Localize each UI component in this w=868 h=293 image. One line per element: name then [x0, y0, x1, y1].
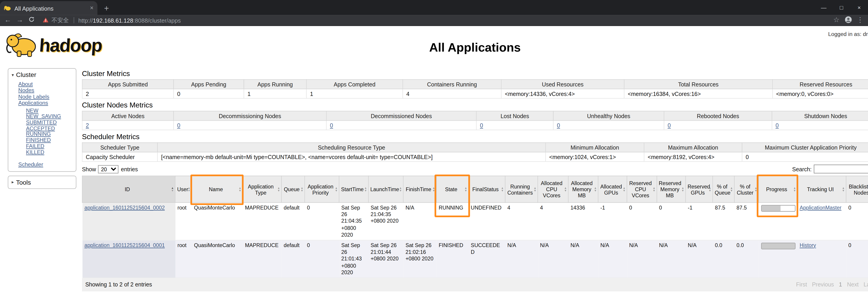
decommissioned-nodes-link[interactable]: 0 — [330, 122, 333, 128]
tab-close-icon[interactable]: × — [90, 5, 94, 11]
bookmark-star-icon[interactable]: ☆ — [833, 17, 839, 24]
rebooted-nodes-link[interactable]: 0 — [668, 122, 671, 128]
col-header-reserved-memory-mb[interactable]: Reserved Memory MB — [657, 176, 686, 203]
col-header-rebooted-nodes[interactable]: Rebooted Nodes — [664, 111, 772, 121]
col-header-decommissioning-nodes[interactable]: Decommissioning Nodes — [174, 111, 327, 121]
window-maximize-button[interactable]: □ — [833, 0, 850, 15]
col-header-application-type[interactable]: Application Type — [243, 176, 281, 203]
col-header-apps-completed[interactable]: Apps Completed — [307, 80, 403, 89]
sort-icon — [841, 186, 845, 192]
sidebar-item-failed[interactable]: FAILED — [26, 143, 72, 149]
col-header-maximum-allocation[interactable]: Maximum Allocation — [644, 143, 742, 152]
sidebar-item-finished[interactable]: FINISHED — [26, 138, 72, 143]
col-header-scheduler-type[interactable]: Scheduler Type — [82, 143, 158, 152]
cell-running-containers: N/A — [505, 240, 538, 278]
forward-button[interactable]: → — [16, 17, 23, 24]
sidebar-item-applications[interactable]: Applications — [18, 100, 72, 106]
address-bar[interactable]: 不安全 http://192.168.61.128:8088/cluster/a… — [43, 16, 829, 24]
col-header-decommissioned-nodes[interactable]: Decommissioned Nodes — [327, 111, 476, 121]
decommissioning-nodes-link[interactable]: 0 — [177, 122, 180, 128]
col-header-blacklisted-nodes[interactable]: Blacklisted Nodes — [846, 176, 868, 203]
col-header-name[interactable]: Name — [192, 176, 243, 203]
unhealthy-nodes-link[interactable]: 0 — [557, 122, 560, 128]
page-size-select[interactable]: 20 — [98, 165, 119, 174]
col-header-lost-nodes[interactable]: Lost Nodes — [476, 111, 553, 121]
search-input[interactable] — [814, 165, 868, 173]
col-header-apps-running[interactable]: Apps Running — [244, 80, 307, 89]
col-header-total-resources[interactable]: Total Resources — [624, 80, 772, 89]
pagination-previous[interactable]: Previous — [812, 282, 834, 288]
col-header-reserved-gpus[interactable]: Reserved GPUs — [686, 176, 713, 203]
sidebar-item-running[interactable]: RUNNING — [26, 131, 72, 137]
pagination-next[interactable]: Next — [847, 282, 859, 288]
col-header-pct-of-queue[interactable]: % of Queue — [713, 176, 735, 203]
col-header-tracking-ui[interactable]: Tracking UI — [798, 176, 846, 203]
col-header-active-nodes[interactable]: Active Nodes — [82, 111, 174, 121]
col-header-reserved-cpu-vcores[interactable]: Reserved CPU VCores — [627, 176, 657, 203]
lost-nodes-link[interactable]: 0 — [480, 122, 483, 128]
col-header-progress[interactable]: Progress — [758, 176, 797, 203]
sidebar-item-accepted[interactable]: ACCEPTED — [26, 125, 72, 131]
col-header-finishtime[interactable]: FinishTime — [403, 176, 436, 203]
col-header-id[interactable]: ID — [82, 176, 175, 203]
pagination-last[interactable]: Last — [864, 282, 868, 288]
col-header-reserved-resources[interactable]: Reserved Resources — [773, 80, 868, 89]
sort-icon — [364, 186, 368, 192]
application-link[interactable]: application_1601125215604_0002 — [84, 204, 164, 210]
window-close-button[interactable]: × — [850, 0, 868, 15]
sidebar-item-submitted[interactable]: SUBMITTED — [26, 120, 72, 125]
sidebar-item-node-labels[interactable]: Node Labels — [18, 93, 72, 100]
col-header-allocated-gpus[interactable]: Allocated GPUs — [598, 176, 627, 203]
tracking-ui-link[interactable]: ApplicationMaster — [800, 204, 842, 210]
sidebar-item-nodes[interactable]: Nodes — [18, 87, 72, 93]
col-header-apps-pending[interactable]: Apps Pending — [174, 80, 244, 89]
tracking-ui-link[interactable]: History — [800, 242, 816, 248]
col-header-finalstatus[interactable]: FinalStatus — [469, 176, 505, 203]
shutdown-nodes-link[interactable]: 0 — [776, 122, 779, 128]
col-header-unhealthy-nodes[interactable]: Unhealthy Nodes — [553, 111, 664, 121]
sidebar-item-scheduler[interactable]: Scheduler — [18, 161, 72, 168]
cell-id: application_1601125215604_0001 — [82, 240, 175, 278]
back-button[interactable]: ← — [4, 17, 11, 24]
col-header-running-containers[interactable]: Running Containers — [505, 176, 538, 203]
sidebar-item-about[interactable]: About — [18, 81, 72, 87]
col-header-pct-of-cluster[interactable]: % of Cluster — [735, 176, 759, 203]
sort-icon — [622, 186, 626, 192]
security-warning-icon[interactable] — [43, 17, 49, 24]
col-header-used-resources[interactable]: Used Resources — [501, 80, 624, 89]
sidebar-section-tools[interactable]: ▸ Tools — [11, 179, 72, 185]
col-header-queue[interactable]: Queue — [281, 176, 305, 203]
col-header-minimum-allocation[interactable]: Minimum Allocation — [546, 143, 644, 152]
browser-tab[interactable]: All Applications × — [0, 1, 97, 15]
metric-total-resources: <memory:16384, vCores:16> — [624, 89, 772, 98]
col-header-containers-running[interactable]: Containers Running — [403, 80, 501, 89]
col-header-allocated-cpu-vcores[interactable]: Allocated CPU VCores — [538, 176, 568, 203]
browser-menu-icon[interactable]: ⋮ — [857, 17, 864, 24]
col-header-launchtime[interactable]: LaunchTime — [368, 176, 403, 203]
active-nodes-link[interactable]: 2 — [86, 122, 89, 128]
sidebar-section-cluster[interactable]: ▾ Cluster — [11, 71, 72, 78]
sidebar-cluster-box: ▾ Cluster About Nodes Node Labels Applic… — [8, 68, 76, 172]
col-header-application-priority[interactable]: Application Priority — [305, 176, 339, 203]
col-header-max-cluster-app-priority[interactable]: Maximum Cluster Application Priority — [742, 143, 868, 152]
col-header-user[interactable]: User — [175, 176, 192, 203]
col-header-allocated-memory-mb[interactable]: Allocated Memory MB — [568, 176, 598, 203]
application-link[interactable]: application_1601125215604_0001 — [84, 242, 164, 248]
col-header-scheduling-resource-type[interactable]: Scheduling Resource Type — [158, 143, 546, 152]
reload-button[interactable] — [28, 16, 35, 24]
sidebar-item-killed[interactable]: KILLED — [26, 149, 72, 155]
window-minimize-button[interactable]: — — [815, 0, 833, 15]
sidebar-item-new[interactable]: NEW — [26, 108, 72, 114]
sidebar-item-new-saving[interactable]: NEW_SAVING — [26, 114, 72, 120]
col-header-shutdown-nodes[interactable]: Shutdown Nodes — [772, 111, 868, 121]
col-header-apps-submitted[interactable]: Apps Submitted — [82, 80, 174, 89]
profile-avatar[interactable] — [844, 15, 852, 25]
col-header-state[interactable]: State — [436, 176, 469, 203]
col-header-starttime[interactable]: StartTime — [339, 176, 368, 203]
pagination-page-1[interactable]: 1 — [839, 282, 842, 288]
metric-apps-submitted: 2 — [82, 89, 174, 98]
new-tab-button[interactable]: + — [104, 4, 109, 12]
entries-info: Showing 1 to 2 of 2 entries — [85, 282, 152, 288]
pagination-first[interactable]: First — [796, 282, 807, 288]
metric-scheduler-type: Capacity Scheduler — [82, 152, 158, 162]
